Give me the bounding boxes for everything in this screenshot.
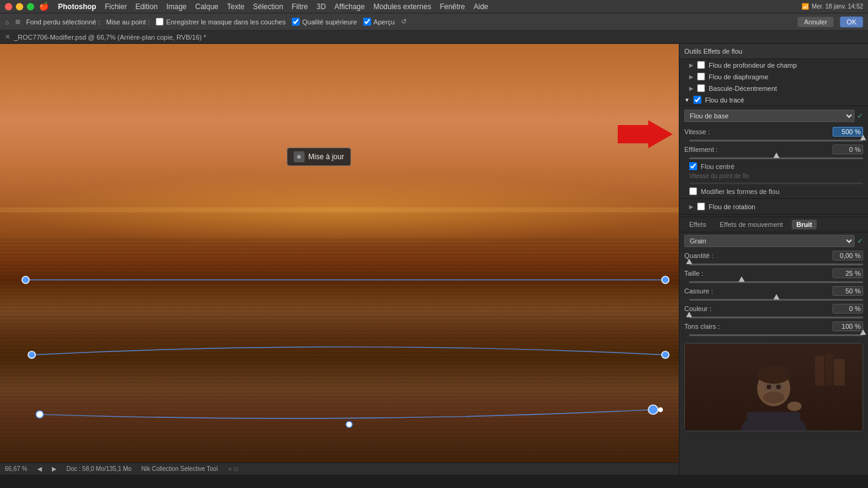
effilement-slider-thumb[interactable] xyxy=(773,152,779,158)
enregistrer-checkbox[interactable] xyxy=(156,18,164,26)
vitesse-value[interactable]: 500 % xyxy=(833,127,863,137)
flou-centre-checkbox[interactable] xyxy=(689,162,697,170)
tab-effets-mouvement[interactable]: Effets de mouvement xyxy=(715,220,788,229)
diaphragme-checkbox[interactable] xyxy=(697,73,705,81)
tons-clairs-thumb[interactable] xyxy=(860,329,866,335)
flou-rotation-item[interactable]: ▶ Flou de rotation xyxy=(679,201,868,212)
blur-profondeur-item[interactable]: ▶ Flou de profondeur de champ xyxy=(679,59,868,71)
quantite-thumb[interactable] xyxy=(686,259,692,264)
taille-thumb[interactable] xyxy=(739,276,745,282)
flou-centre-row[interactable]: Flou centré xyxy=(679,161,868,171)
qualite-checkbox[interactable] xyxy=(292,18,300,26)
panel-title: Outils Effets de flou xyxy=(679,44,868,59)
close-button[interactable] xyxy=(5,3,12,10)
menu-filtre[interactable]: Filtre xyxy=(290,2,310,11)
taille-label: Taille : xyxy=(684,270,830,277)
tons-clairs-value[interactable]: 100 % xyxy=(833,321,863,331)
apple-icon[interactable]: 🍎 xyxy=(39,2,49,11)
menu-photoshop[interactable]: Photoshop xyxy=(56,2,98,11)
enregistrer-check[interactable]: Enregistrer le masque dans les couches xyxy=(156,18,286,26)
traffic-lights[interactable] xyxy=(5,3,34,10)
tons-clairs-row: Tons clairs : 100 % xyxy=(679,320,868,332)
menu-affichage[interactable]: Affichage xyxy=(333,2,367,11)
cassure-slider-row[interactable] xyxy=(679,297,868,303)
webcam-bg xyxy=(685,343,863,431)
modifier-formes-checkbox[interactable] xyxy=(689,187,697,195)
tab-effets[interactable]: Effets xyxy=(684,220,711,229)
cassure-value[interactable]: 50 % xyxy=(833,286,863,296)
vitesse-point-fin-label: Vitesse du point de fin xyxy=(679,171,868,181)
menu-selection[interactable]: Sélection xyxy=(251,2,284,11)
menu-texte[interactable]: Texte xyxy=(225,2,247,11)
effilement-value[interactable]: 0 % xyxy=(833,145,863,154)
couleur-track[interactable] xyxy=(689,317,863,318)
flou-base-dropdown-row[interactable]: Flou de base ✓ xyxy=(684,110,863,122)
trace-arrow-icon: ▼ xyxy=(684,97,690,103)
couleur-thumb[interactable] xyxy=(686,312,692,317)
quantite-value[interactable]: 0,00 % xyxy=(833,251,863,260)
modifier-formes-row[interactable]: Modifier les formes de flou xyxy=(679,186,868,196)
qualite-label: Qualité supérieure xyxy=(302,18,357,26)
main-layout: ⊕ Mise à jour 66,67 % ◀ ▶ Doc : 58,0 Mo/… xyxy=(0,44,868,475)
apercu-check[interactable]: Aperçu xyxy=(363,18,395,26)
quantite-slider-row[interactable] xyxy=(679,262,868,267)
trace-checkbox[interactable] xyxy=(693,96,701,104)
menu-fenetre[interactable]: Fenêtre xyxy=(438,2,466,11)
ok-button[interactable]: OK xyxy=(840,16,863,27)
menu-aide[interactable]: Aide xyxy=(472,2,490,11)
tab-close-icon[interactable]: ✕ xyxy=(5,33,10,41)
effilement-slider-track[interactable] xyxy=(689,157,863,159)
flou-trace-header[interactable]: ▼ Flou du tracé xyxy=(679,94,868,106)
nav-prev[interactable]: ◀ xyxy=(37,465,42,472)
quantite-label: Quantité : xyxy=(684,252,830,259)
taille-value[interactable]: 25 % xyxy=(833,268,863,278)
menu-modules[interactable]: Modules externes xyxy=(372,2,433,11)
tab-bruit[interactable]: Bruit xyxy=(792,220,817,229)
taille-row: Taille : 25 % xyxy=(679,267,868,279)
quantite-track[interactable] xyxy=(689,264,863,265)
menu-3d[interactable]: 3D xyxy=(315,2,328,11)
bruit-dropdown-row[interactable]: Grain ✓ xyxy=(679,232,868,249)
grain-select[interactable]: Grain xyxy=(684,235,855,247)
vitesse-slider-track[interactable] xyxy=(689,140,863,142)
nav-next[interactable]: ▶ xyxy=(52,465,57,472)
qualite-check[interactable]: Qualité supérieure xyxy=(292,18,357,26)
canvas-area[interactable]: ⊕ Mise à jour 66,67 % ◀ ▶ Doc : 58,0 Mo/… xyxy=(0,44,679,475)
tool-name: Nik Collection Selective Tool xyxy=(141,465,217,472)
vitesse-slider-thumb[interactable] xyxy=(860,135,866,140)
divider-1 xyxy=(679,198,868,199)
couleur-slider-row[interactable] xyxy=(679,315,868,320)
profondeur-checkbox[interactable] xyxy=(697,61,705,69)
menu-image[interactable]: Image xyxy=(164,2,188,11)
taille-slider-row[interactable] xyxy=(679,279,868,285)
menu-fichier[interactable]: Fichier xyxy=(103,2,129,11)
bascule-checkbox[interactable] xyxy=(697,84,705,92)
apercu-checkbox[interactable] xyxy=(363,18,371,26)
menu-calque[interactable]: Calque xyxy=(193,2,220,11)
tons-clairs-track[interactable] xyxy=(689,334,863,336)
maximize-button[interactable] xyxy=(27,3,34,10)
reset-icon[interactable]: ↺ xyxy=(401,18,407,26)
couleur-value[interactable]: 0 % xyxy=(833,304,863,314)
rotation-checkbox[interactable] xyxy=(697,203,705,210)
tons-clairs-slider-row[interactable] xyxy=(679,332,868,338)
effilement-slider-row[interactable] xyxy=(679,156,868,161)
arrow-icon: ▶ xyxy=(689,62,693,68)
minimize-button[interactable] xyxy=(16,3,23,10)
menu-edition[interactable]: Edition xyxy=(134,2,160,11)
cassure-track[interactable] xyxy=(689,299,863,301)
file-tab-name[interactable]: _ROC7706-Modifier.psd @ 66,7% (Arrière-p… xyxy=(14,34,206,41)
status-bar: 66,67 % ◀ ▶ Doc : 58,0 Mo/135,1 Mo Nik C… xyxy=(0,462,679,475)
system-status-icons: 📶 Mer. 18 janv. 14:52 xyxy=(801,3,863,10)
flou-centre-label: Flou centré xyxy=(701,163,734,170)
cassure-thumb[interactable] xyxy=(773,294,779,300)
flou-base-select[interactable]: Flou de base xyxy=(684,110,855,122)
blur-bascule-item[interactable]: ▶ Bascule-Décentrement xyxy=(679,82,868,94)
taille-track[interactable] xyxy=(689,281,863,283)
horizon-line xyxy=(0,207,679,212)
annuler-button[interactable]: Annuler xyxy=(797,16,834,27)
mise-a-jour-tooltip[interactable]: ⊕ Mise à jour xyxy=(287,148,351,166)
blur-diaphragme-item[interactable]: ▶ Flou de diaphragme xyxy=(679,71,868,82)
vitesse-slider-row[interactable] xyxy=(679,138,868,143)
vitesse-point-fin-slider xyxy=(679,181,868,186)
